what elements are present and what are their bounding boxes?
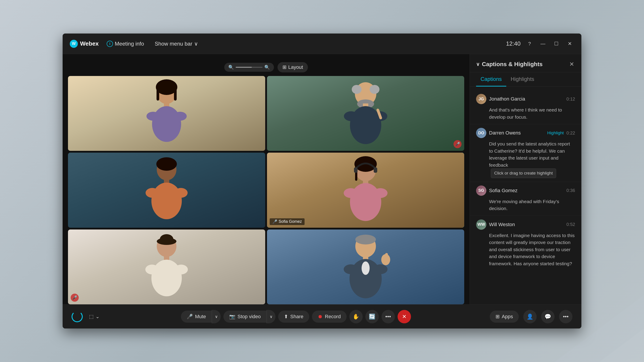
record-label: Record	[325, 314, 341, 320]
chevron-down-icon[interactable]: ∨	[476, 61, 480, 67]
video-chevron[interactable]: ∨	[266, 310, 276, 323]
share-label: Share	[290, 314, 304, 320]
mute-btn-group: 🎤 Mute ∨	[181, 310, 221, 323]
app-window: W Webex i Meeting info Show menu bar ∨ 1…	[62, 33, 582, 329]
svg-rect-28	[354, 167, 358, 173]
panel-close-button[interactable]: ✕	[568, 60, 575, 69]
clock: 12:40	[506, 40, 520, 47]
help-button[interactable]: ?	[525, 39, 534, 48]
sofia-name-label: Sofia Gomez	[278, 219, 302, 224]
share-button[interactable]: ⬆ Share	[278, 311, 309, 323]
caption-name-1: Jonathon Garcia	[489, 96, 564, 102]
svg-rect-29	[374, 167, 377, 173]
more-right-button[interactable]: •••	[559, 310, 572, 323]
svg-point-33	[373, 188, 388, 198]
video-cell-sofia: 🎤 Sofia Gomez	[267, 153, 464, 228]
svg-point-45	[344, 264, 358, 274]
svg-point-47	[362, 261, 370, 275]
svg-rect-5	[174, 87, 177, 100]
caption-text-2: Did you send the latest analytics report…	[489, 140, 575, 178]
highlight-tooltip[interactable]: Click or drag to create highlight	[491, 168, 556, 178]
caption-time-1: 0:12	[566, 96, 575, 102]
video-cell-3	[68, 153, 265, 228]
panel-title: ∨ Captions & Highlights	[476, 61, 543, 68]
caption-header-1: JG Jonathon Garcia 0:12	[476, 94, 575, 104]
tab-highlights[interactable]: Highlights	[506, 72, 539, 86]
mute-chevron[interactable]: ∨	[212, 310, 221, 323]
caption-time-2: 0:22	[566, 130, 575, 136]
desktop-background: W Webex i Meeting info Show menu bar ∨ 1…	[0, 0, 644, 362]
end-call-icon: ✕	[402, 314, 406, 320]
captions-list: JG Jonathon Garcia 0:12 And that's where…	[470, 87, 582, 304]
video-cell-5: 🎤	[68, 230, 265, 304]
caption-entry-2: DO Darren Owens Highlight 0:22 Did you s…	[470, 124, 582, 182]
svg-point-7	[152, 106, 181, 142]
zoom-out-icon[interactable]: 🔍	[228, 64, 234, 70]
svg-point-38	[152, 260, 182, 296]
svg-point-16	[344, 111, 358, 121]
mute-button[interactable]: 🎤 Mute	[181, 311, 212, 323]
record-button[interactable]: ⏺ Record	[312, 311, 346, 323]
share-icon: ⬆	[284, 314, 288, 320]
svg-point-32	[344, 188, 358, 198]
participants-button[interactable]: 👤	[523, 310, 537, 323]
raise-hand-button[interactable]: ✋	[349, 310, 363, 323]
microphone-icon: 🎤	[187, 314, 193, 320]
caption-name-4: Will Weston	[489, 222, 564, 228]
meeting-info-button[interactable]: i Meeting info	[104, 39, 147, 48]
svg-point-12	[370, 85, 380, 94]
caption-text-3: We're moving ahead with Friday's decisio…	[489, 198, 575, 212]
stop-video-button[interactable]: 📷 Stop video	[224, 311, 266, 323]
maximize-button[interactable]: ☐	[552, 39, 561, 48]
apps-button[interactable]: ⊞ Apps	[490, 311, 519, 323]
zoom-control: 🔍 🔍	[224, 63, 274, 72]
caption-toggle-button[interactable]: ⬚ ⌄	[86, 312, 102, 321]
video-feed-3	[68, 153, 265, 228]
video-grid: 🎤	[68, 76, 464, 304]
participant-figure-2	[334, 76, 397, 151]
more-icon: •••	[385, 314, 391, 320]
name-badge-sofia: 🎤 Sofia Gomez	[270, 218, 304, 225]
video-feed-5	[68, 230, 265, 304]
hand-icon: ✋	[353, 314, 359, 320]
close-button[interactable]: ✕	[565, 39, 574, 48]
microphone-icon-active: 🎤	[272, 219, 277, 224]
video-cell-1	[68, 76, 265, 151]
video-cell-2: 🎤	[267, 76, 464, 151]
layout-icon: ⊞	[282, 64, 286, 70]
show-menu-bar-button[interactable]: Show menu bar ∨	[152, 39, 201, 48]
title-bar: W Webex i Meeting info Show menu bar ∨ 1…	[62, 33, 582, 54]
chat-button[interactable]: 💬	[541, 310, 554, 323]
svg-point-23	[146, 188, 159, 198]
tab-captions[interactable]: Captions	[476, 72, 506, 86]
video-feed-1	[68, 76, 265, 151]
main-content: 🔍 🔍 ⊞ Layout	[62, 54, 582, 304]
minimize-button[interactable]: —	[538, 39, 548, 48]
record-icon: ⏺	[318, 314, 323, 320]
stop-video-label: Stop video	[238, 314, 261, 320]
avatar-jonathon: JG	[476, 94, 486, 104]
video-icon: 📷	[229, 314, 235, 320]
webex-logo: W Webex	[70, 40, 98, 48]
reaction-icon: 🔄	[369, 314, 376, 320]
more-options-button[interactable]: •••	[382, 310, 395, 323]
caption-icon: ⬚	[89, 314, 94, 320]
layout-button[interactable]: ⊞ Layout	[278, 62, 308, 72]
video-feed-2	[267, 76, 464, 151]
zoom-slider[interactable]	[236, 67, 262, 68]
end-call-button[interactable]: ✕	[398, 310, 411, 323]
caption-text-1: And that's where I think we need to deve…	[489, 106, 575, 120]
chat-icon: 💬	[544, 314, 551, 320]
more-right-icon: •••	[563, 314, 568, 320]
meeting-info-label: Meeting info	[115, 41, 144, 47]
bottom-toolbar: ⬚ ⌄ 🎤 Mute ∨ 📷 Stop video	[62, 304, 582, 329]
caption-header-2: DO Darren Owens Highlight 0:22	[476, 128, 575, 138]
svg-point-39	[145, 265, 159, 274]
toolbar-right: ⊞ Apps 👤 💬 •••	[490, 310, 572, 323]
svg-point-9	[173, 112, 187, 121]
apps-icon: ⊞	[496, 314, 500, 320]
caption-name-2: Darren Owens	[489, 130, 543, 136]
zoom-in-icon[interactable]: 🔍	[264, 64, 270, 70]
video-feed-6	[267, 230, 464, 304]
reactions-button[interactable]: 🔄	[366, 310, 379, 323]
